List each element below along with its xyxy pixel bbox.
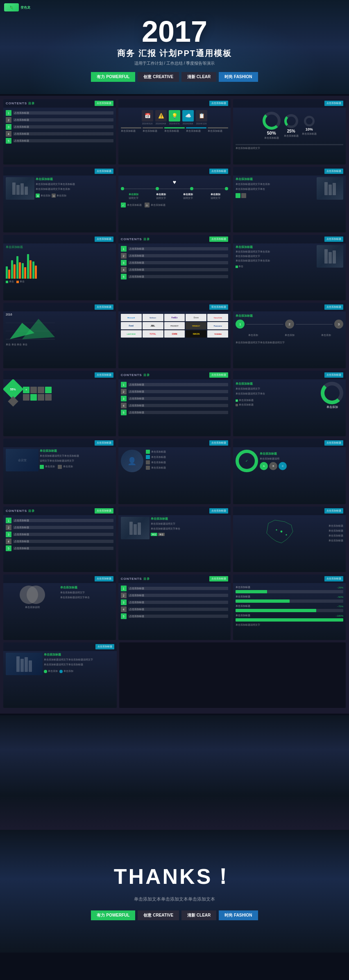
add-btn-8-1[interactable]: 点击添加标题 (95, 576, 113, 581)
brand-microsoft: Microsoft (121, 314, 142, 321)
check-icon: ✓ (236, 399, 238, 402)
donut-chart-group: 50% 单击添加标题 25% 单击添加标题 10% 单击添加标题 (233, 108, 346, 144)
slide-inner-7-1: 1 占击添加标题 2 占击添加标题 3 占击添加标题 4 占击添加标题 (3, 515, 116, 572)
svg-point-5 (280, 531, 282, 533)
thanks-tab-creative[interactable]: 创意 CREATIVE (138, 910, 179, 920)
tab-powerful[interactable]: 有力 POWERFUL (91, 72, 135, 82)
add-btn-6-3[interactable]: 点击添加标题 (324, 440, 343, 446)
badge: 单击 (151, 533, 157, 536)
icon-timeline: 📅 2016年01月 ⚠️ 2016年04月 💡 2016年07月 ☁️ 201… (118, 108, 231, 127)
dot (59, 670, 63, 673)
bar-chart: 单击添加标题 (3, 243, 116, 285)
circle-title: 单击添加标题 (260, 452, 343, 456)
slide-1-2: 点击添加标题 📅 2016年01月 ⚠️ 2016年04月 💡 2016年07月 (118, 99, 231, 164)
add-btn-4-1[interactable]: 点击添加标题 (95, 304, 113, 310)
icon-descriptions: 单击添加标题 单击添加标题 单击添加标题 单击添加标题 (118, 127, 231, 135)
add-btn-1-3[interactable]: 点击添加标题 (324, 101, 343, 106)
slide-8-3: 点击添加标题 单击添加标题 ~29% 单击添 (233, 574, 346, 640)
list-item: 2 占击添加标题 (121, 253, 229, 259)
silhouette (12, 182, 28, 195)
slide-inner-5-3: 单击添加标题 单击添加标题说明文字 单击添加标题说明文字单击 ✓ 单击添加标题 … (233, 379, 346, 436)
add-btn-5-3[interactable]: 点击添加标题 (324, 372, 343, 378)
icon-item: 💡 2016年07月 (168, 110, 181, 125)
add-btn-4-3[interactable]: 点击添加标题 (324, 304, 343, 310)
venn-text: 单击添加标题 单击添加标题说明文字 单击添加标题说明文字单击 (60, 586, 113, 609)
tab-clear[interactable]: 清新 CLEAR (181, 72, 216, 82)
add-btn-1-2[interactable]: 点击添加标题 (209, 101, 228, 106)
add-btn-8-3[interactable]: 点击添加标题 (324, 576, 343, 581)
thanks-tab-fashion[interactable]: 时尚 FASHION (219, 910, 258, 920)
calendar-icon: 📅 (142, 110, 153, 122)
pct-label: ~50% (337, 596, 344, 598)
list-item: 2 占击添加标题 (121, 593, 229, 598)
thanks-tab-clear[interactable]: 清新 CLEAR (181, 910, 216, 920)
slides-row-7: CONTENTS 目录 点击添加标题 1 占击添加标题 2 占击添加标题 3 占… (3, 507, 346, 572)
triangle-svg (6, 317, 55, 341)
progress-item-1: 单击添加标题 ~29% (236, 586, 343, 593)
add-btn-9-1[interactable]: 点击添加标题 (95, 644, 114, 649)
bottom-icon: ✓ (121, 203, 126, 207)
add-btn-5-1[interactable]: 点击添加标题 (95, 372, 113, 378)
add-btn-2-2[interactable]: 点击添加标题 (209, 169, 228, 174)
slide-inner-1-2: 📅 2016年01月 ⚠️ 2016年04月 💡 2016年07月 ☁️ 201… (118, 108, 231, 164)
add-btn-5-2[interactable]: 点击添加标题 (209, 372, 228, 378)
list-item: 5 占击添加标题 (6, 138, 113, 144)
silhouette (129, 522, 141, 535)
meeting2-photo (6, 653, 43, 675)
slides-row-2: 点击添加标题 单击添加标题 单击添加标题说明文字单击添加标题 (3, 167, 346, 232)
add-btn-1-1[interactable]: 点击添加标题 (95, 101, 113, 106)
contents-label-5-2: CONTENTS 目录 (121, 373, 150, 377)
slide-inner-2-3: 单击添加标题 单击添加标题说明文字单击添加 单击添加标题说明文字单击 (233, 176, 346, 232)
icon (58, 465, 62, 469)
add-btn-3-3[interactable]: 点击添加标题 (324, 237, 343, 242)
heart-icon-row: ♥ (121, 179, 229, 185)
add-btn-8-2[interactable]: 点击添加标题 (209, 576, 228, 581)
donut-item: 10% 单击添加标题 (302, 116, 317, 136)
num-5: 5 (121, 613, 127, 619)
tab-creative[interactable]: 创意 CREATIVE (138, 72, 179, 82)
people-photo-right (317, 177, 343, 200)
add-btn-6-2[interactable]: 点击添加标题 (209, 440, 228, 446)
add-btn-7-3[interactable]: 点击添加标题 (324, 508, 343, 514)
slide-inner-8-1: 单击添加说明 单击添加标题 单击添加标题说明文字 单击添加标题说明文字单击 (3, 583, 116, 640)
venn-content: 单击添加说明 单击添加标题 单击添加标题说明文字 单击添加标题说明文字单击 (3, 583, 116, 612)
num-1: 1 (121, 586, 127, 591)
badge: 单击 (158, 533, 165, 536)
slides-row-8: 点击添加标题 单击添加说明 单击添加标题 单击添加标题说明文 (3, 574, 346, 640)
proc-label: 单击添加 (272, 330, 307, 338)
add-btn-7-2[interactable]: 点击添加标题 (209, 508, 228, 514)
slide-inner-7-2: 单击添加标题 单击添加标题说明文字 单击添加标题说明文字单击 单击 单击 (118, 515, 231, 572)
brand-renault: RENAULT (186, 322, 206, 329)
brand-cocacola: Coca-Cola (207, 314, 228, 321)
tab-fashion[interactable]: 时尚 FASHION (219, 72, 258, 82)
bar-group (32, 261, 37, 279)
heart-icon: ♥ (173, 179, 176, 185)
add-btn-2-1[interactable]: 点击添加标题 (95, 169, 113, 174)
list-item: 4 占击添加标题 (121, 403, 229, 408)
donut-50-label: 50% (267, 131, 276, 135)
slide-6-2: 点击添加标题 👤 单击添加标题 (118, 439, 231, 504)
brand-panasonic: Panasonic (207, 322, 228, 329)
fill (236, 599, 289, 603)
desc-item: 单击添加标题 (186, 127, 206, 133)
small-icon: ⊙ (52, 194, 56, 198)
p1 (324, 249, 328, 264)
slide-inner-6-2: 👤 单击添加标题 单击添加标题 (118, 447, 231, 504)
contents-list-1-1: 1 占击添加标题 2 占击添加标题 3 占击添加标题 4 占击添加标题 (3, 108, 116, 147)
add-btn-4-2[interactable]: 双击添加标题 (209, 304, 228, 310)
meeting-title: 单击添加标题 (40, 449, 113, 453)
add-btn-3-2[interactable]: 点击添加标题 (209, 237, 228, 242)
add-btn-3-1[interactable]: 点击添加标题 (95, 237, 113, 242)
info-item: 单击添加标题 (146, 450, 229, 454)
add-btn-7-1[interactable]: 点击添加标题 (95, 508, 113, 514)
donut-item: 25% 单击添加标题 (284, 114, 299, 138)
bar (14, 264, 16, 279)
icon-a (236, 193, 240, 198)
add-btn-6-1[interactable]: 点击添加标题 (95, 440, 113, 446)
check-item: ✓ 单击添加标题 (236, 399, 318, 402)
donut-50 (263, 112, 281, 130)
add-btn-2-3[interactable]: 点击添加标题 (324, 169, 343, 174)
thanks-tab-powerful[interactable]: 有力 POWERFUL (91, 910, 135, 920)
bar (22, 263, 24, 279)
small-icon: ⊕ (36, 194, 40, 198)
